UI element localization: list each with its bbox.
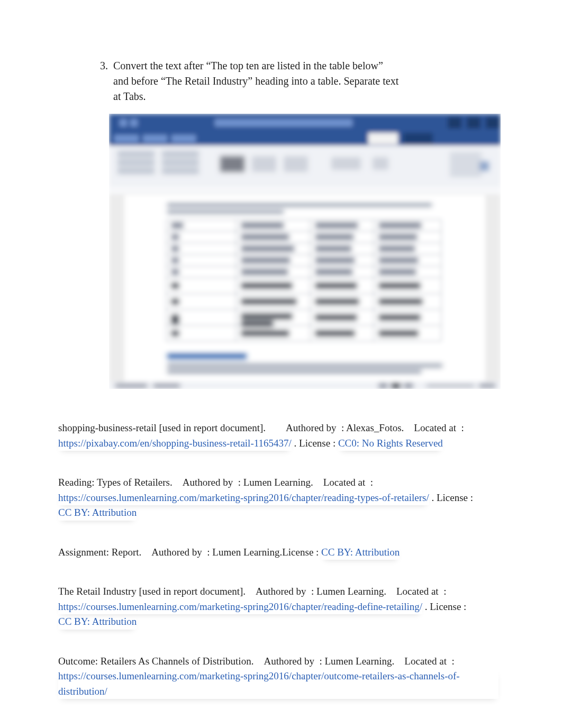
- svg-rect-92: [479, 384, 495, 388]
- svg-rect-50: [241, 234, 289, 240]
- license-link[interactable]: CC BY: Attribution: [58, 505, 137, 521]
- attribution-block: The Retail Industry [used in report docu…: [58, 584, 498, 630]
- svg-rect-53: [171, 246, 179, 251]
- authored-by-value: Lumen Learning.: [243, 477, 313, 488]
- svg-rect-51: [315, 234, 353, 240]
- located-at-link[interactable]: https://courses.lumenlearning.com/market…: [58, 669, 498, 699]
- svg-rect-81: [379, 331, 418, 336]
- authored-by-value: Lumen Learning.: [324, 656, 394, 667]
- svg-rect-59: [315, 258, 355, 263]
- authored-by-label: Authored by: [286, 421, 337, 436]
- svg-rect-83: [167, 363, 442, 368]
- authored-by-label: Authored by: [256, 584, 306, 599]
- svg-rect-45: [171, 223, 183, 228]
- svg-rect-79: [241, 331, 289, 336]
- license-link[interactable]: CC BY: Attribution: [58, 614, 137, 630]
- located-at-label: Located at: [414, 421, 456, 436]
- svg-rect-86: [115, 384, 147, 388]
- svg-rect-75: [241, 321, 273, 326]
- svg-rect-5: [467, 117, 481, 129]
- license-link[interactable]: CC BY: Attribution: [321, 545, 400, 560]
- license-label: License: [430, 599, 461, 615]
- svg-rect-28: [109, 187, 501, 194]
- svg-rect-61: [171, 269, 179, 275]
- svg-rect-25: [450, 152, 482, 177]
- svg-rect-46: [241, 223, 284, 228]
- svg-rect-48: [379, 223, 421, 228]
- svg-rect-77: [379, 315, 420, 320]
- authored-by-label: Authored by: [151, 545, 202, 560]
- svg-rect-49: [171, 234, 179, 240]
- located-at-link[interactable]: https://courses.lumenlearning.com/market…: [58, 599, 422, 615]
- svg-rect-54: [241, 246, 294, 251]
- svg-rect-7: [109, 132, 501, 145]
- svg-rect-12: [403, 133, 433, 144]
- svg-rect-2: [130, 119, 138, 126]
- svg-rect-4: [448, 117, 461, 129]
- svg-rect-26: [479, 161, 489, 171]
- attribution-title: shopping-business-retail [used in report…: [58, 422, 266, 433]
- svg-rect-88: [379, 383, 387, 389]
- located-at-link[interactable]: https://courses.lumenlearning.com/market…: [58, 490, 429, 506]
- attribution-block: shopping-business-retail [used in report…: [58, 421, 498, 451]
- svg-rect-89: [392, 383, 400, 389]
- svg-rect-78: [171, 331, 179, 336]
- svg-rect-62: [241, 269, 288, 275]
- svg-rect-47: [315, 223, 358, 228]
- svg-rect-16: [117, 168, 155, 174]
- authored-by-value: Alexas_Fotos.: [346, 422, 404, 433]
- instruction-marker: 3.: [90, 58, 113, 74]
- svg-rect-60: [379, 258, 418, 263]
- instruction-item-3: 3. Convert the text after “The top ten a…: [90, 58, 498, 104]
- svg-rect-66: [241, 283, 292, 288]
- svg-rect-71: [315, 299, 359, 304]
- svg-rect-58: [241, 258, 290, 263]
- svg-rect-11: [368, 133, 398, 144]
- svg-rect-15: [117, 159, 155, 166]
- license-label: License: [299, 436, 330, 451]
- license-link[interactable]: CC0: No Rights Reserved: [338, 436, 443, 451]
- svg-rect-3: [215, 119, 352, 126]
- svg-rect-90: [404, 383, 413, 389]
- located-at-link[interactable]: https://pixabay.com/en/shopping-business…: [58, 436, 292, 451]
- svg-rect-14: [117, 151, 155, 157]
- svg-rect-91: [427, 385, 474, 387]
- svg-rect-10: [171, 135, 196, 142]
- svg-rect-55: [315, 246, 351, 251]
- svg-rect-31: [167, 203, 432, 207]
- svg-rect-82: [167, 353, 247, 359]
- authored-by-label: Authored by: [264, 654, 314, 669]
- located-at-label: Located at: [396, 584, 439, 599]
- instruction-text: Convert the text after “The top ten are …: [113, 58, 399, 104]
- svg-rect-8: [114, 135, 139, 142]
- svg-rect-67: [315, 283, 357, 288]
- license-label: License: [282, 545, 313, 560]
- svg-rect-52: [379, 234, 417, 240]
- svg-rect-20: [220, 156, 244, 172]
- svg-rect-76: [315, 315, 357, 320]
- svg-rect-9: [143, 135, 167, 142]
- svg-rect-6: [486, 117, 500, 129]
- svg-rect-87: [153, 384, 180, 388]
- located-at-label: Located at: [404, 654, 447, 669]
- authored-by-value: Lumen Learning.: [316, 586, 386, 597]
- svg-rect-84: [167, 370, 421, 374]
- svg-rect-18: [162, 159, 199, 166]
- svg-rect-56: [379, 246, 415, 251]
- authored-by-value: Lumen Learning.: [212, 547, 282, 558]
- attribution-block: Assignment: Report. Authored by : Lumen …: [58, 545, 498, 560]
- svg-rect-72: [379, 299, 422, 304]
- svg-rect-21: [252, 156, 276, 172]
- svg-rect-74: [241, 314, 292, 319]
- attribution-block: Reading: Types of Retailers. Authored by…: [58, 475, 498, 521]
- svg-rect-17: [162, 151, 199, 157]
- attribution-title: Reading: Types of Retailers.: [58, 477, 173, 488]
- attribution-title: The Retail Industry [used in report docu…: [58, 586, 246, 597]
- svg-rect-57: [171, 258, 179, 263]
- svg-rect-73: [171, 315, 179, 324]
- svg-rect-68: [379, 283, 420, 288]
- svg-rect-65: [171, 283, 179, 288]
- attribution-title: Assignment: Report.: [58, 547, 141, 558]
- svg-rect-22: [284, 156, 308, 172]
- svg-rect-24: [373, 157, 388, 170]
